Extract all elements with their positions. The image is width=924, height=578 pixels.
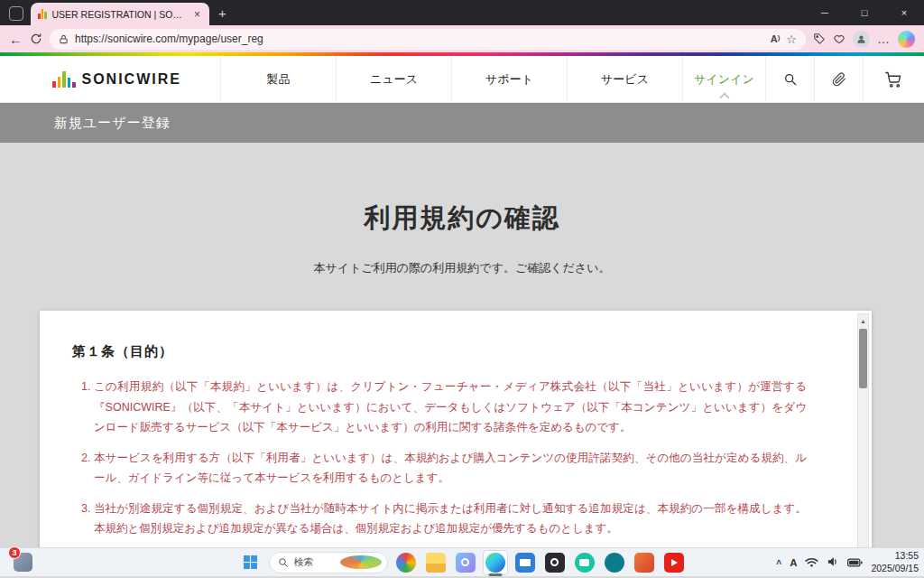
banner-title: 新規ユーザー登録 (54, 115, 171, 132)
maximize-button[interactable]: □ (845, 0, 884, 25)
logo-text: SONICWIRE (82, 71, 181, 88)
taskbar-app-edge[interactable] (484, 551, 507, 574)
clock-time: 13:55 (871, 550, 919, 563)
copilot-icon[interactable] (898, 31, 915, 48)
taskbar-app-chat[interactable] (573, 551, 596, 574)
profile-avatar[interactable] (853, 31, 870, 48)
site-favicon-icon (38, 9, 47, 19)
tab-actions-icon[interactable] (9, 6, 23, 21)
mail-app-icon (515, 553, 535, 573)
wifi-icon[interactable] (805, 555, 818, 571)
corner-app-icon[interactable]: 3 (14, 553, 32, 572)
search-icon (278, 557, 289, 568)
clock-date: 2025/09/15 (871, 563, 919, 575)
taskbar-app-mail[interactable] (513, 551, 537, 574)
terms-panel: 第１条（目的） この利用規約（以下「本規約」といいます）は、クリプトン・フューチ… (40, 311, 872, 547)
camera-app-icon (545, 553, 565, 573)
terms-scrollbar[interactable]: ▲ (857, 313, 869, 547)
ime-mode-indicator[interactable]: A (790, 557, 797, 568)
terms-item: 当社が別途規定する個別規定、および当社が随時本サイト内に掲示または利用者に対し通… (94, 499, 807, 539)
read-aloud-icon[interactable]: A) (771, 33, 781, 44)
volume-icon[interactable] (827, 555, 839, 571)
taskbar-center: 検索 (239, 551, 686, 574)
terms-list: この利用規約（以下「本規約」といいます）は、クリプトン・フューチャー・メディア株… (72, 377, 807, 547)
site-logo[interactable]: SONICWIRE (0, 56, 220, 102)
youtube-icon (664, 553, 684, 573)
page-banner: 新規ユーザー登録 (0, 103, 924, 143)
taskbar-clock[interactable]: 13:55 2025/09/15 (871, 550, 919, 574)
header-search-button[interactable] (765, 56, 814, 102)
browser-titlebar: USER REGISTRATION | SONICWIRE × + ─ □ × (0, 0, 924, 25)
nav-item-products[interactable]: 製品 (220, 56, 336, 102)
taskbar-app-camera[interactable] (543, 551, 567, 574)
taskbar-app-pinwheel[interactable] (394, 551, 418, 574)
search-placeholder: 検索 (294, 555, 336, 569)
signin-caret-icon (719, 92, 729, 102)
nav-item-support[interactable]: サポート (451, 56, 567, 102)
page-body: 利用規約の確認 本サイトご利用の際の利用規約です。ご確認ください。 第１条（目的… (0, 143, 924, 547)
terms-heading: 第１条（目的） (72, 343, 807, 360)
windows-taskbar: 3 検索 ^ A 13:55 (0, 547, 924, 576)
edge-icon (485, 553, 505, 573)
tab-title: USER REGISTRATION | SONICWIRE (52, 9, 187, 20)
favorite-star-icon[interactable]: ☆ (786, 33, 797, 46)
url-text[interactable]: https://sonicwire.com/mypage/user_reg (75, 33, 764, 45)
refresh-icon[interactable] (30, 33, 42, 45)
tab-close-icon[interactable]: × (192, 8, 202, 21)
windows-logo-icon (244, 555, 257, 569)
start-button[interactable] (239, 551, 263, 574)
browser-toolbar: ← https://sonicwire.com/mypage/user_reg … (0, 25, 924, 52)
search-highlight-icon (340, 555, 382, 569)
header-cart-button[interactable] (863, 56, 923, 102)
scrollbar-thumb[interactable] (859, 329, 867, 388)
more-menu-icon[interactable]: … (877, 32, 891, 46)
terms-item: この利用規約（以下「本規約」といいます）は、クリプトン・フューチャー・メディア株… (94, 377, 807, 438)
taskbar-search[interactable]: 検索 (269, 552, 388, 573)
browser-essentials-icon[interactable] (833, 33, 845, 45)
taskbar-app-teal[interactable] (603, 551, 626, 574)
new-tab-button[interactable]: + (218, 5, 226, 21)
taskbar-app-explorer[interactable] (424, 551, 448, 574)
nav-item-services[interactable]: サービス (567, 56, 682, 102)
photos-app-icon (456, 553, 476, 573)
site-header: SONICWIRE 製品 ニュース サポート サービス サインイン (0, 56, 924, 103)
paperclip-icon (832, 72, 846, 87)
scroll-up-arrow-icon[interactable]: ▲ (858, 314, 868, 327)
teal-app-icon (605, 553, 624, 573)
system-tray: ^ A 13:55 2025/09/15 (776, 548, 919, 577)
taskbar-app-orange[interactable] (633, 551, 656, 574)
cart-icon (885, 71, 901, 88)
minimize-button[interactable]: ─ (805, 0, 845, 25)
address-bar[interactable]: https://sonicwire.com/mypage/user_reg A)… (50, 29, 806, 50)
terms-item: 本サービスを利用する方（以下「利用者」といいます）は、本規約および購入コンテンツ… (94, 448, 807, 489)
nav-item-signin[interactable]: サインイン (682, 56, 765, 102)
active-app-indicator (488, 573, 502, 576)
close-button[interactable]: × (884, 0, 924, 25)
back-icon[interactable]: ← (9, 32, 23, 47)
pinwheel-app-icon (396, 553, 416, 573)
logo-bars-icon (52, 71, 76, 88)
window-controls: ─ □ × (805, 0, 924, 25)
file-explorer-icon (426, 553, 446, 573)
taskbar-app-youtube[interactable] (662, 551, 686, 574)
chat-app-icon (575, 553, 595, 573)
hidden-icons-chevron[interactable]: ^ (776, 559, 781, 569)
search-icon (783, 72, 798, 87)
shopping-tag-icon[interactable] (813, 33, 826, 45)
page-subtitle: 本サイトご利用の際の利用規約です。ご確認ください。 (0, 260, 924, 276)
battery-icon[interactable] (847, 555, 863, 571)
page-title: 利用規約の確認 (0, 200, 924, 237)
header-clip-button[interactable] (814, 56, 863, 102)
nav-item-news[interactable]: ニュース (336, 56, 451, 102)
orange-app-icon (634, 553, 654, 573)
notification-badge: 3 (8, 546, 21, 559)
site-info-lock-icon[interactable] (59, 34, 69, 44)
page-viewport: SONICWIRE 製品 ニュース サポート サービス サインイン 新規ユーザー… (0, 52, 924, 547)
browser-tab[interactable]: USER REGISTRATION | SONICWIRE × (31, 3, 209, 25)
taskbar-app-photos[interactable] (454, 551, 477, 574)
